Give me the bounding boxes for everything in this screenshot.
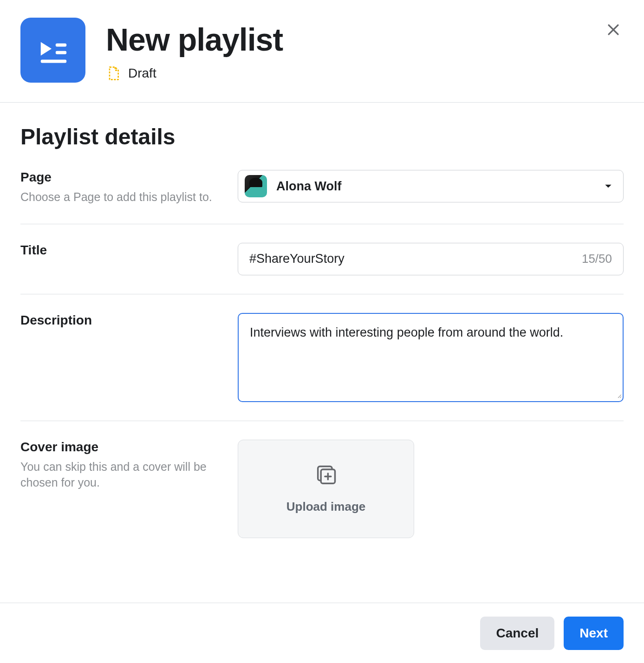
page-row: Page Choose a Page to add this playlist … [20, 170, 624, 224]
svg-rect-1 [56, 51, 66, 54]
section-heading: Playlist details [20, 124, 624, 150]
page-selected-name: Alona Wolf [276, 179, 604, 194]
description-row: Description [20, 313, 624, 421]
svg-rect-2 [41, 59, 66, 63]
dialog-header: New playlist Draft [0, 0, 644, 103]
title-input-wrap: 15/50 [238, 243, 624, 275]
upload-image-label: Upload image [286, 500, 365, 514]
next-button[interactable]: Next [564, 617, 624, 650]
draft-status-icon [106, 66, 121, 81]
close-icon [605, 22, 621, 38]
cover-row: Cover image You can skip this and a cove… [20, 440, 624, 557]
description-wrap [238, 313, 624, 402]
title-row: Title 15/50 [20, 243, 624, 294]
playlist-app-icon [20, 18, 85, 83]
close-button[interactable] [600, 17, 626, 43]
status-label: Draft [128, 66, 156, 81]
cover-hint: You can skip this and a cover will be ch… [20, 459, 227, 491]
cancel-button[interactable]: Cancel [480, 617, 554, 650]
dialog-title: New playlist [106, 21, 283, 58]
caret-down-icon [604, 182, 613, 191]
title-label: Title [20, 243, 227, 258]
title-char-count: 15/50 [582, 252, 612, 266]
page-hint: Choose a Page to add this playlist to. [20, 189, 227, 205]
upload-image-icon [314, 463, 338, 489]
page-avatar [245, 175, 267, 197]
dialog-footer: Cancel Next [0, 603, 644, 663]
description-label: Description [20, 313, 227, 328]
page-select[interactable]: Alona Wolf [238, 170, 624, 202]
title-input[interactable] [249, 252, 575, 266]
svg-rect-0 [56, 43, 66, 46]
page-label: Page [20, 170, 227, 185]
cover-label: Cover image [20, 440, 227, 455]
description-textarea[interactable] [240, 315, 622, 398]
upload-image-button[interactable]: Upload image [238, 440, 414, 538]
